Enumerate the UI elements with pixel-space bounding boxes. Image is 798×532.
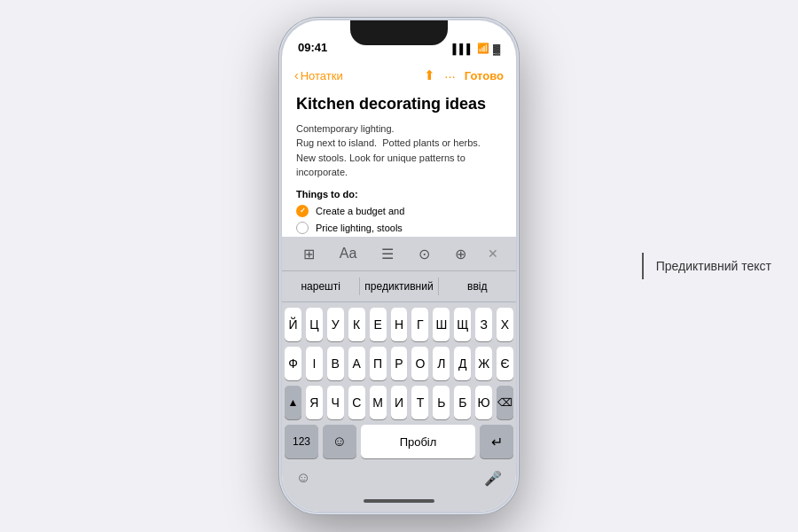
key-з[interactable]: З <box>475 308 492 341</box>
key-р[interactable]: Р <box>391 347 408 380</box>
pred-word-2[interactable]: предиктивний <box>360 280 437 293</box>
annotation-bracket <box>642 253 644 279</box>
keyboard-row-2: Ф І В А П Р О Л Д Ж Є <box>285 347 513 380</box>
key-ш[interactable]: Ш <box>433 308 450 341</box>
return-key[interactable]: ↵ <box>480 425 513 458</box>
key-п[interactable]: П <box>370 347 387 380</box>
key-г[interactable]: Г <box>411 308 428 341</box>
key-е[interactable]: Е <box>370 308 387 341</box>
key-ь[interactable]: Ь <box>433 386 450 419</box>
key-т[interactable]: Т <box>411 386 428 419</box>
key-й[interactable]: Й <box>285 308 301 341</box>
key-б[interactable]: Б <box>454 386 471 419</box>
pred-word-1[interactable]: нарешті <box>282 280 359 293</box>
camera-icon[interactable]: ⊙ <box>415 242 434 266</box>
key-і[interactable]: І <box>306 347 323 380</box>
shift-key[interactable]: ▲ <box>285 386 301 419</box>
delete-key[interactable]: ⌫ <box>497 386 513 419</box>
home-bar <box>364 499 434 503</box>
home-indicator-area <box>282 490 516 512</box>
things-to-do-label: Things to do: <box>296 189 502 200</box>
space-key[interactable]: Пробіл <box>361 425 475 458</box>
key-а[interactable]: А <box>348 347 365 380</box>
nav-actions: ⬆ ··· Готово <box>424 67 504 83</box>
close-keyboard-icon[interactable]: ✕ <box>488 246 498 261</box>
key-в[interactable]: В <box>327 347 344 380</box>
wifi-icon: 📶 <box>477 43 489 54</box>
note-content: Kitchen decorating ideas Contemporary li… <box>282 91 516 237</box>
bottom-accessory-bar: ☺ 🎤 <box>282 466 516 490</box>
key-л[interactable]: Л <box>433 347 450 380</box>
predictive-bar: нарешті предиктивний ввід <box>282 270 516 302</box>
keyboard-row-3: ▲ Я Ч С М И Т Ь Б Ю ⌫ <box>285 386 513 419</box>
key-щ[interactable]: Щ <box>454 308 471 341</box>
key-у[interactable]: У <box>327 308 344 341</box>
emoji-bottom-icon[interactable]: ☺ <box>296 470 310 486</box>
key-с[interactable]: С <box>348 386 365 419</box>
key-о[interactable]: О <box>411 347 428 380</box>
key-ф[interactable]: Ф <box>285 347 301 380</box>
todo-text-2: Price lighting, stools <box>316 223 403 233</box>
formatting-toolbar: ⊞ Aa ☰ ⊙ ⊕ ✕ <box>282 237 516 270</box>
key-х[interactable]: Х <box>497 308 513 341</box>
status-icons: ▌▌▌ 📶 ▓ <box>453 43 500 54</box>
todo-text-1: Create a budget and <box>316 206 404 216</box>
phone-screen: 09:41 ▌▌▌ 📶 ▓ ‹ Нотатки ⬆ ··· Готово <box>282 20 516 512</box>
battery-icon: ▓ <box>493 43 500 54</box>
key-к[interactable]: К <box>348 308 365 341</box>
font-icon[interactable]: Aa <box>336 242 361 265</box>
notch <box>350 20 448 45</box>
signal-icon: ▌▌▌ <box>453 43 473 54</box>
chevron-left-icon: ‹ <box>294 68 299 82</box>
todo-item-2: Price lighting, stools <box>296 222 502 234</box>
emoji-key[interactable]: ☺ <box>323 425 356 458</box>
keyboard: Й Ц У К Е Н Г Ш Щ З Х Ф І В А <box>282 302 516 466</box>
phone-frame: 09:41 ▌▌▌ 📶 ▓ ‹ Нотатки ⬆ ··· Готово <box>279 18 519 514</box>
key-є[interactable]: Є <box>497 347 513 380</box>
annotation-text: Предиктивний текст <box>656 259 771 273</box>
pred-word-3[interactable]: ввід <box>439 280 516 293</box>
key-д[interactable]: Д <box>454 347 471 380</box>
back-button[interactable]: ‹ Нотатки <box>294 68 343 82</box>
key-ц[interactable]: Ц <box>306 308 323 341</box>
numbers-key[interactable]: 123 <box>285 425 318 458</box>
back-label: Нотатки <box>301 69 343 82</box>
annotation: Предиктивний текст <box>642 253 771 279</box>
nav-bar: ‹ Нотатки ⬆ ··· Готово <box>282 59 516 91</box>
key-я[interactable]: Я <box>306 386 323 419</box>
key-м[interactable]: М <box>370 386 387 419</box>
todo-checkbox-empty-1[interactable] <box>296 222 309 234</box>
key-и[interactable]: И <box>391 386 408 419</box>
more-icon[interactable]: ··· <box>444 68 456 83</box>
keyboard-bottom-row: 123 ☺ Пробіл ↵ <box>285 425 513 458</box>
table-icon[interactable]: ⊞ <box>300 242 318 266</box>
done-button[interactable]: Готово <box>465 69 504 82</box>
key-н[interactable]: Н <box>391 308 408 341</box>
keyboard-row-1: Й Ц У К Е Н Г Ш Щ З Х <box>285 308 513 341</box>
key-ч[interactable]: Ч <box>327 386 344 419</box>
markup-icon[interactable]: ⊕ <box>451 242 470 266</box>
microphone-icon[interactable]: 🎤 <box>484 470 502 487</box>
note-body: Contemporary lighting. Rug next to islan… <box>296 121 502 180</box>
scene: 09:41 ▌▌▌ 📶 ▓ ‹ Нотатки ⬆ ··· Готово <box>0 0 798 532</box>
key-ж[interactable]: Ж <box>475 347 492 380</box>
share-icon[interactable]: ⬆ <box>424 67 435 83</box>
todo-item-1: Create a budget and <box>296 205 502 217</box>
note-title: Kitchen decorating ideas <box>296 95 502 114</box>
checklist-icon[interactable]: ☰ <box>378 242 397 266</box>
status-time: 09:41 <box>298 41 327 54</box>
key-ю[interactable]: Ю <box>475 386 492 419</box>
todo-checkbox-filled[interactable] <box>296 205 309 217</box>
